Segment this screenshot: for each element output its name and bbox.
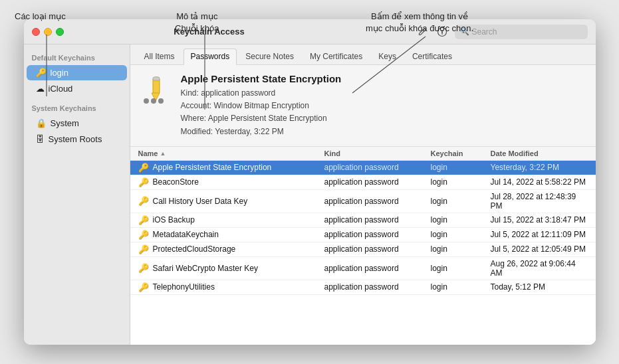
preview-modified-label: Modified:	[181, 127, 213, 136]
row-name-cell: 🔑 Apple Persistent State Encryption	[138, 163, 324, 173]
system-roots-icon: 🗄	[36, 134, 45, 144]
search-icon: 🔍	[460, 27, 469, 36]
row-kind: application password	[324, 197, 431, 206]
row-name-cell: 🔑 TelephonyUtilities	[138, 282, 324, 292]
icloud-icon: ☁	[36, 84, 45, 94]
sidebar-item-system-roots[interactable]: 🗄 System Roots	[27, 132, 127, 147]
sidebar-item-system[interactable]: 🔒 System	[27, 116, 127, 131]
key-row-icon: 🔑	[138, 163, 149, 173]
col-header-kind: Kind	[324, 149, 431, 157]
tab-my-certificates[interactable]: My Certificates	[303, 48, 370, 65]
key-row-icon: 🔑	[138, 230, 149, 240]
preview-meta: Kind: application password Account: Wind…	[181, 87, 586, 138]
row-kind: application password	[324, 282, 431, 292]
search-input[interactable]	[472, 27, 582, 37]
row-kind: application password	[324, 177, 431, 187]
titlebar: Keychain Access i 🔍	[24, 19, 596, 45]
row-date: Jul 5, 2022 at 12:11:09 PM	[491, 230, 588, 239]
row-name: iOS Backup	[153, 215, 195, 225]
row-name: Apple Persistent State Encryption	[153, 163, 272, 172]
info-icon-button[interactable]: i	[435, 25, 449, 39]
edit-icon-button[interactable]	[415, 25, 430, 39]
preview-kind-label: Kind:	[181, 88, 199, 98]
row-name-cell: 🔑 Call History User Data Key	[138, 196, 324, 206]
row-date: Jul 15, 2022 at 3:18:47 PM	[491, 215, 588, 225]
preview-modified-value: Yesterday, 3:22 PM	[215, 127, 283, 136]
tab-passwords[interactable]: Passwords	[184, 48, 237, 65]
row-keychain: login	[431, 197, 491, 206]
row-date: Yesterday, 3:22 PM	[491, 163, 588, 172]
key-row-icon: 🔑	[138, 215, 149, 225]
row-kind: application password	[324, 244, 431, 254]
row-keychain: login	[431, 177, 491, 187]
row-kind: application password	[324, 264, 431, 273]
tab-bar: All Items Passwords Secure Notes My Cert…	[130, 45, 596, 65]
sidebar: Default Keychains 🔑 login ☁ iCloud Syste…	[24, 45, 130, 345]
system-icon: 🔒	[36, 118, 47, 128]
row-date: Jul 5, 2022 at 12:05:49 PM	[491, 244, 588, 254]
row-date: Jul 28, 2022 at 12:48:39 PM	[491, 192, 588, 211]
sidebar-section-system: System Keychains	[24, 102, 130, 115]
row-name: Call History User Data Key	[153, 197, 248, 206]
login-icon: 🔑	[36, 68, 47, 78]
table-row[interactable]: 🔑 ProtectedCloudStorage application pass…	[130, 242, 596, 257]
row-name: TelephonyUtilities	[153, 282, 215, 292]
col-header-keychain: Keychain	[431, 149, 491, 157]
main-window: Keychain Access i 🔍	[24, 19, 596, 345]
tab-all-items[interactable]: All Items	[137, 48, 182, 65]
key-row-icon: 🔑	[138, 177, 149, 187]
table-row[interactable]: 🔑 MetadataKeychain application password …	[130, 228, 596, 242]
sort-arrow-icon: ▲	[160, 150, 166, 157]
row-keychain: login	[431, 282, 491, 292]
row-keychain: login	[431, 163, 491, 172]
row-date: Today, 5:12 PM	[491, 282, 588, 292]
preview-where-label: Where:	[181, 114, 207, 123]
row-name: Safari WebCrypto Master Key	[153, 264, 259, 273]
row-name-cell: 🔑 BeaconStore	[138, 177, 324, 187]
titlebar-actions: i 🔍	[415, 25, 588, 39]
table-row[interactable]: 🔑 Call History User Data Key application…	[130, 190, 596, 213]
col-header-name: Name ▲	[138, 149, 324, 157]
key-row-icon: 🔑	[138, 282, 149, 292]
table-row[interactable]: 🔑 TelephonyUtilities application passwor…	[130, 280, 596, 295]
preview-dots	[144, 98, 164, 104]
table-row[interactable]: 🔑 Safari WebCrypto Master Key applicatio…	[130, 257, 596, 280]
preview-info: Apple Persistent State Encryption Kind: …	[181, 73, 586, 138]
row-name: MetadataKeychain	[153, 230, 219, 239]
table-area: Name ▲ Kind Keychain Date Modified 🔑 App…	[130, 147, 596, 345]
sidebar-item-label-icloud: iCloud	[49, 84, 73, 94]
sidebar-item-icloud[interactable]: ☁ iCloud	[27, 81, 127, 96]
sidebar-item-label-system-roots: System Roots	[49, 134, 102, 144]
main-content: Default Keychains 🔑 login ☁ iCloud Syste…	[24, 45, 596, 345]
row-name-cell: 🔑 ProtectedCloudStorage	[138, 244, 324, 254]
preview-panel: Apple Persistent State Encryption Kind: …	[130, 65, 596, 147]
row-keychain: login	[431, 264, 491, 273]
preview-dot-3	[158, 98, 164, 104]
tab-secure-notes[interactable]: Secure Notes	[238, 48, 301, 65]
sidebar-item-label-login: login	[51, 68, 68, 78]
sidebar-section-default: Default Keychains	[24, 51, 130, 64]
table-rows-container: 🔑 Apple Persistent State Encryption appl…	[130, 161, 596, 295]
row-name-cell: 🔑 MetadataKeychain	[138, 230, 324, 240]
row-keychain: login	[431, 215, 491, 225]
table-row[interactable]: 🔑 Apple Persistent State Encryption appl…	[130, 161, 596, 175]
table-header: Name ▲ Kind Keychain Date Modified	[130, 147, 596, 161]
preview-dot-1	[144, 98, 149, 104]
preview-kind-value: application password	[201, 88, 275, 98]
preview-where-value: Apple Persistent State Encryption	[208, 114, 327, 123]
sidebar-item-login[interactable]: 🔑 login	[27, 65, 127, 80]
window-title: Keychain Access	[24, 27, 415, 37]
tab-certificates[interactable]: Certificates	[405, 48, 459, 65]
preview-title: Apple Persistent State Encryption	[181, 73, 586, 84]
tab-keys[interactable]: Keys	[371, 48, 404, 65]
row-kind: application password	[324, 215, 431, 225]
search-bar[interactable]: 🔍	[455, 25, 588, 39]
table-row[interactable]: 🔑 iOS Backup application password login …	[130, 213, 596, 228]
row-keychain: login	[431, 244, 491, 254]
preview-dot-2	[151, 98, 156, 104]
svg-text:i: i	[441, 29, 443, 36]
table-row[interactable]: 🔑 BeaconStore application password login…	[130, 175, 596, 190]
preview-account-label: Account:	[181, 101, 212, 110]
key-row-icon: 🔑	[138, 196, 149, 206]
row-name-cell: 🔑 Safari WebCrypto Master Key	[138, 263, 324, 273]
